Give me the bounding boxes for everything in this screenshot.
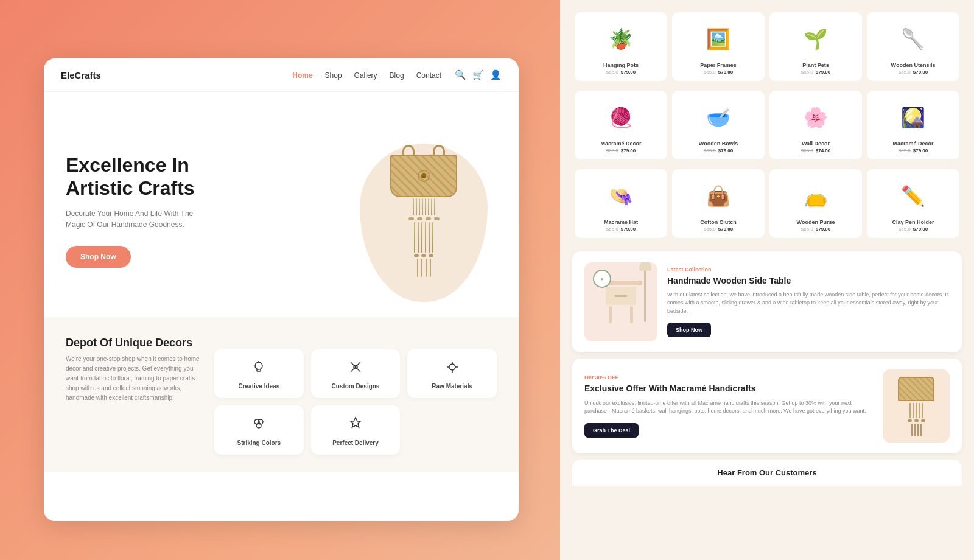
features-title: Depot Of Unique Decors	[66, 337, 207, 349]
nav-blog[interactable]: Blog	[390, 71, 404, 80]
latest-collection-tag: Latest Collection	[667, 267, 950, 273]
brand-logo: EleCrafts	[61, 70, 101, 80]
perfect-delivery-label: Perfect Delivery	[332, 439, 379, 446]
latest-collection-image: ●	[584, 262, 657, 341]
right-panel: 🪴 Hanging Pots $65.0$79.00 🖼️ Paper Fram…	[560, 0, 974, 560]
plant-pets-icon: 🌱	[804, 27, 828, 51]
nav-icons: 🔍 🛒 👤	[455, 69, 502, 80]
product-plant-pets[interactable]: 🌱 Plant Pets $65.0$79.00	[769, 12, 862, 81]
hanging-pots-name: Hanging Pots	[603, 62, 639, 68]
product-paper-frames[interactable]: 🖼️ Paper Frames $65.0$79.00	[672, 12, 765, 81]
latest-collection-desc: With our latest collection, we have intr…	[667, 291, 950, 316]
offer-image	[883, 369, 950, 443]
product-grid-row2: 🧶 Macramé Decor $65.0$79.00 🥣 Wooden Bow…	[560, 88, 974, 167]
raw-materials-label: Raw Materials	[432, 383, 472, 390]
offer-card: Get 30% OFF Exclusive Offer With Macramé…	[572, 359, 962, 453]
product-macrame-hat[interactable]: 👒 Macramé Hat $65.0$79.00	[575, 169, 667, 238]
latest-collection-card: ● Latest Collection Handmade Wooden Side…	[572, 251, 962, 352]
product-grid-row1: 🪴 Hanging Pots $65.0$79.00 🖼️ Paper Fram…	[560, 0, 974, 88]
paper-frames-icon: 🖼️	[706, 27, 730, 51]
clock-decoration: ●	[593, 270, 611, 288]
feature-perfect-delivery: Perfect Delivery	[311, 405, 401, 455]
nav-home[interactable]: Home	[292, 71, 312, 80]
latest-collection-info: Latest Collection Handmade Wooden Side T…	[667, 267, 950, 338]
creative-ideas-label: Creative Ideas	[238, 383, 279, 390]
svg-point-0	[255, 362, 262, 369]
product-wooden-purse[interactable]: 👝 Wooden Purse $65.0$79.00	[769, 169, 862, 238]
plant-pets-name: Plant Pets	[802, 62, 829, 68]
features-section: Depot Of Unique Decors We're your one-st…	[44, 317, 519, 472]
product-macrame-decor-2[interactable]: 🎑 Macramé Decor $65.0$79.00	[867, 91, 959, 159]
offer-info: Get 30% OFF Exclusive Offer With Macramé…	[584, 374, 873, 437]
hanging-pots-icon: 🪴	[609, 27, 633, 51]
feature-raw-materials: Raw Materials	[407, 349, 497, 398]
hero-subtitle: Decorate Your Home And Life With The Mag…	[66, 208, 212, 230]
hero-text: Excellence In Artistic Crafts Decorate Y…	[66, 153, 351, 268]
feature-grid: Creative Ideas Custom Designs	[214, 349, 497, 455]
customers-section: Hear From Our Customers	[572, 460, 962, 486]
features-desc: We're your one-stop shop when it comes t…	[66, 354, 200, 403]
offer-title: Exclusive Offer With Macramé Handicrafts	[584, 383, 873, 394]
macrame-basket-image	[390, 145, 457, 277]
search-icon[interactable]: 🔍	[455, 69, 466, 80]
creative-ideas-icon	[251, 360, 266, 378]
feature-creative-ideas: Creative Ideas	[214, 349, 304, 398]
floor-lamp-decoration	[644, 267, 646, 322]
product-hanging-pots[interactable]: 🪴 Hanging Pots $65.0$79.00	[575, 12, 667, 81]
customers-title: Hear From Our Customers	[584, 468, 950, 477]
hero-section: Excellence In Artistic Crafts Decorate Y…	[44, 92, 519, 317]
striking-colors-label: Striking Colors	[237, 439, 281, 446]
offer-desc: Unlock our exclusive, limited-time offer…	[584, 399, 873, 416]
hero-title: Excellence In Artistic Crafts	[66, 153, 351, 200]
striking-colors-icon	[251, 416, 266, 435]
product-wall-decor[interactable]: 🌸 Wall Decor $65.0$74.00	[769, 91, 862, 159]
product-wooden-utensils[interactable]: 🥄 Wooden Utensils $65.0$79.00	[867, 12, 959, 81]
nav-links: Home Shop Gallery Blog Contact	[292, 69, 441, 80]
feature-split: Depot Of Unique Decors We're your one-st…	[66, 337, 497, 455]
latest-collection-title: Handmade Wooden Side Table	[667, 275, 950, 286]
feature-striking-colors: Striking Colors	[214, 405, 304, 455]
hero-image	[351, 119, 497, 302]
nav-contact[interactable]: Contact	[416, 71, 441, 80]
wooden-utensils-icon: 🥄	[901, 27, 925, 51]
wooden-utensils-name: Wooden Utensils	[891, 62, 936, 68]
navbar: EleCrafts Home Shop Gallery Blog Contact…	[44, 58, 519, 92]
feature-left: Depot Of Unique Decors We're your one-st…	[66, 337, 207, 455]
perfect-delivery-icon	[348, 416, 363, 435]
nav-gallery[interactable]: Gallery	[354, 71, 377, 80]
user-icon[interactable]: 👤	[490, 69, 502, 80]
raw-materials-icon	[445, 360, 460, 378]
left-card: EleCrafts Home Shop Gallery Blog Contact…	[44, 58, 519, 521]
latest-collection-cta-button[interactable]: Shop Now	[667, 323, 711, 337]
product-macrame-decor-1[interactable]: 🧶 Macramé Decor $65.0$79.00	[575, 91, 667, 159]
custom-designs-label: Custom Designs	[332, 383, 380, 390]
product-wooden-bowls[interactable]: 🥣 Wooden Bowls $65.0$79.00	[672, 91, 765, 159]
nav-shop[interactable]: Shop	[325, 71, 342, 80]
product-clay-pen-holder[interactable]: ✏️ Clay Pen Holder $65.0$79.00	[867, 169, 959, 238]
cart-icon[interactable]: 🛒	[472, 69, 484, 80]
product-cotton-clutch[interactable]: 👜 Cotton Clutch $65.0$79.00	[672, 169, 765, 238]
svg-point-5	[449, 364, 455, 370]
grab-deal-button[interactable]: Grab The Deal	[584, 423, 639, 438]
offer-tag: Get 30% OFF	[584, 374, 873, 380]
product-grid-row3: 👒 Macramé Hat $65.0$79.00 👜 Cotton Clutc…	[560, 167, 974, 248]
custom-designs-icon	[348, 360, 363, 378]
hero-cta-button[interactable]: Shop Now	[66, 246, 131, 268]
paper-frames-name: Paper Frames	[700, 62, 737, 68]
feature-custom-designs: Custom Designs	[311, 349, 401, 398]
